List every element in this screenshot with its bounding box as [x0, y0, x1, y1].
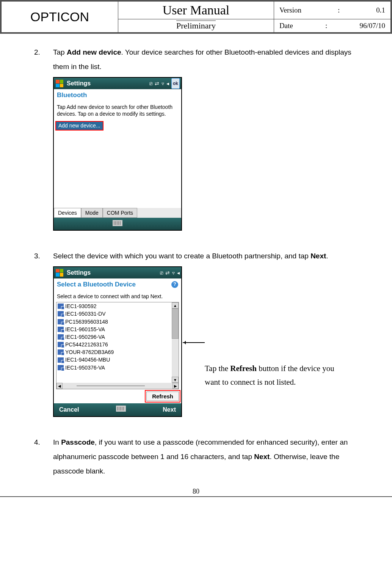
keyboard-icon[interactable] — [116, 404, 126, 416]
list-item[interactable]: IEC1-950331-DV — [56, 310, 179, 318]
window-titlebar: Settings ⎚ ⇄ ▿ ◂ — [54, 267, 181, 278]
scroll-right-icon[interactable]: ▶ — [172, 383, 179, 389]
list-item[interactable]: IEC1-940456-MBU — [56, 356, 179, 363]
step-number: 2. — [34, 45, 53, 246]
page-content: 2. Tap Add new device. Your device searc… — [0, 34, 392, 485]
scroll-up-icon[interactable]: ▲ — [172, 302, 179, 308]
window-title: Settings — [67, 77, 91, 90]
list-item[interactable]: PC156395603148 — [56, 318, 179, 326]
window-title: Settings — [67, 267, 91, 279]
step-number: 3. — [34, 249, 53, 432]
help-icon[interactable]: ? — [171, 281, 178, 288]
footer-rule — [0, 496, 392, 497]
list-item[interactable]: IEC1-950376-VA — [56, 364, 179, 371]
brand-name: OPTICON — [2, 2, 118, 33]
doc-title: User Manual — [118, 2, 274, 19]
document-header: OPTICON User Manual Version:0.1 Prelimin… — [1, 1, 391, 33]
device-icon — [58, 357, 64, 363]
instruction-text: Select a device to connect with and tap … — [54, 291, 181, 302]
list-item[interactable]: IEC1-950296-VA — [56, 333, 179, 341]
device-icon — [58, 342, 64, 347]
radio-icon[interactable]: ⎚ — [160, 267, 163, 278]
step-3: 3. Select the device with which you want… — [34, 249, 358, 432]
network-icon[interactable]: ⇄ — [155, 78, 159, 89]
step-body: Tap Add new device. Your device searches… — [53, 45, 358, 246]
scrollbar-vertical[interactable]: ▲ ▼ — [172, 302, 179, 383]
doc-subtitle: Preliminary — [118, 19, 274, 33]
cancel-button[interactable]: Cancel — [59, 404, 79, 416]
start-icon[interactable] — [56, 80, 63, 87]
page-number: 80 — [0, 485, 392, 496]
volume-icon[interactable]: ◂ — [177, 267, 180, 278]
device-icon — [58, 327, 64, 332]
radio-icon[interactable]: ⎚ — [149, 78, 152, 89]
page-frame: OPTICON User Manual Version:0.1 Prelimin… — [0, 0, 392, 34]
screenshot-bluetooth-settings: Settings ⎚ ⇄ ▿ ◂ ok Bluetooth Tap Add ne… — [53, 77, 182, 231]
device-icon — [58, 311, 64, 316]
device-icon — [58, 365, 64, 370]
scroll-thumb[interactable] — [172, 308, 179, 339]
scroll-thumb[interactable] — [77, 385, 145, 386]
meta-date: Date:96/07/10 — [274, 19, 390, 33]
signal-icon[interactable]: ▿ — [162, 78, 164, 89]
step-body: Select the device with which you want to… — [53, 249, 358, 432]
tab-mode[interactable]: Mode — [81, 208, 103, 218]
volume-icon[interactable]: ◂ — [166, 78, 169, 89]
scroll-down-icon[interactable]: ▼ — [172, 377, 179, 383]
window-titlebar: Settings ⎚ ⇄ ▿ ◂ ok — [54, 78, 181, 89]
ok-button[interactable]: ok — [171, 78, 180, 89]
add-new-device-item[interactable]: Add new device... — [55, 121, 103, 130]
meta-version: Version:0.1 — [274, 2, 390, 19]
list-item[interactable]: IEC1-960155-VA — [56, 326, 179, 333]
scroll-left-icon[interactable]: ◀ — [56, 383, 63, 389]
network-icon[interactable]: ⇄ — [165, 267, 170, 278]
step-body: In Passcode, if you want to use a passco… — [53, 435, 358, 478]
signal-icon[interactable]: ▿ — [172, 267, 175, 278]
tab-devices[interactable]: Devices — [54, 208, 81, 218]
soft-key-bar: Cancel Next — [54, 403, 181, 416]
device-icon — [58, 334, 64, 340]
start-icon[interactable] — [56, 269, 63, 277]
step-4: 4. In Passcode, if you want to use a pas… — [34, 435, 358, 478]
refresh-button[interactable]: Refresh — [146, 392, 179, 401]
device-icon — [58, 319, 64, 324]
list-item[interactable]: YOUR-8762DB3A69 — [56, 348, 179, 356]
scrollbar-horizontal[interactable]: ◀ ▶ — [56, 383, 179, 389]
soft-key-bar — [54, 218, 181, 230]
step-number: 4. — [34, 435, 53, 478]
device-icon — [58, 349, 64, 355]
device-icon — [58, 304, 64, 309]
screenshot-select-device: Settings ⎚ ⇄ ▿ ◂ Select a Bluetooth Devi… — [53, 266, 182, 417]
list-item[interactable]: IEC1-930592 — [56, 302, 179, 310]
list-item[interactable]: PC544221263176 — [56, 341, 179, 348]
next-button[interactable]: Next — [163, 404, 176, 416]
step-2: 2. Tap Add new device. Your device searc… — [34, 45, 358, 246]
side-note: Tap the Refresh button if the device you… — [205, 362, 337, 389]
keyboard-icon[interactable] — [113, 217, 122, 231]
device-list[interactable]: IEC1-930592 IEC1-950331-DV PC15639560314… — [56, 302, 179, 389]
section-heading: Bluetooth — [54, 89, 181, 101]
instruction-text: Tap Add new device to search for other B… — [54, 101, 181, 120]
arrow-icon — [183, 342, 205, 343]
section-heading: Select a Bluetooth Device ? — [54, 278, 181, 291]
